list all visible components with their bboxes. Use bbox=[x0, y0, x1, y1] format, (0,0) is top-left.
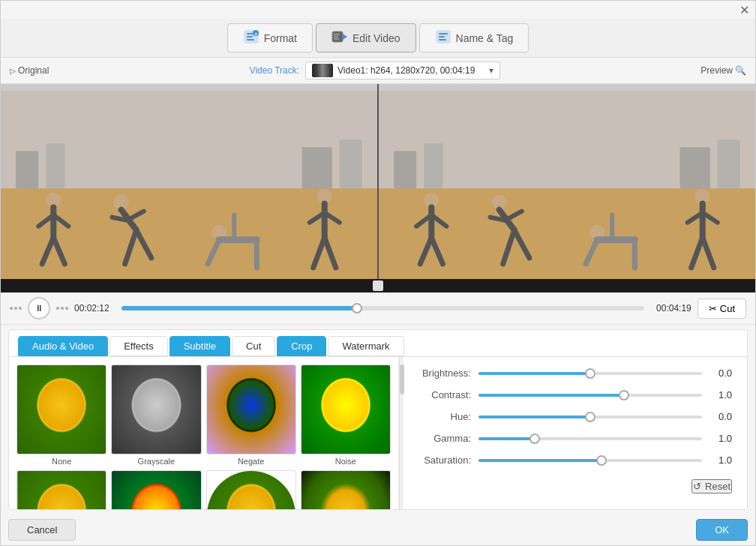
tab-name-tag[interactable]: Name & Tag bbox=[419, 23, 530, 52]
play-triangle-icon: ▷ bbox=[10, 67, 16, 75]
tab-audio-video[interactable]: Audio & Video bbox=[18, 336, 108, 356]
saturation-thumb bbox=[596, 455, 607, 466]
format-icon: ★ bbox=[243, 28, 260, 47]
saturation-slider[interactable] bbox=[478, 459, 702, 462]
dot2 bbox=[14, 307, 17, 310]
effect-negate[interactable]: Negate bbox=[206, 364, 296, 466]
figures-svg-left bbox=[1, 84, 377, 279]
edit-tab-bar: Audio & Video Effects Subtitle Cut Crop … bbox=[9, 330, 747, 357]
video-track-label: Video Track: bbox=[250, 65, 299, 76]
progress-thumb bbox=[352, 303, 362, 314]
reset-button[interactable]: ↺ Reset bbox=[692, 479, 732, 494]
cut-button[interactable]: ✂ Cut bbox=[698, 298, 746, 319]
close-button[interactable]: ✕ bbox=[737, 3, 751, 16]
title-bar: ✕ bbox=[1, 1, 755, 19]
scrubber-thumb[interactable] bbox=[373, 280, 383, 291]
pause-icon: ⏸ bbox=[34, 303, 44, 314]
effect-mirror[interactable]: Mirror bbox=[16, 470, 106, 509]
hue-slider[interactable] bbox=[478, 416, 702, 418]
tab-cut[interactable]: Cut bbox=[232, 336, 275, 356]
gamma-slider[interactable] bbox=[478, 437, 702, 440]
figures-svg-right bbox=[379, 84, 755, 279]
footer-area: Cancel OK bbox=[1, 514, 755, 545]
effect-lens-correction[interactable]: Lens Correction bbox=[206, 470, 296, 509]
dot5 bbox=[61, 307, 64, 310]
tab-watermark[interactable]: Watermark bbox=[328, 336, 404, 356]
svg-rect-20 bbox=[340, 140, 362, 188]
svg-rect-13 bbox=[439, 36, 445, 38]
name-tag-icon bbox=[435, 28, 452, 47]
saturation-fill bbox=[478, 459, 602, 462]
svg-rect-3 bbox=[247, 39, 254, 40]
bottom-panel: Audio & Video Effects Subtitle Cut Crop … bbox=[8, 329, 748, 510]
saturation-row: Saturation: 1.0 bbox=[418, 454, 732, 466]
svg-rect-46 bbox=[394, 151, 416, 188]
tab-crop[interactable]: Crop bbox=[277, 336, 326, 356]
effect-negate-thumb bbox=[206, 364, 296, 454]
video-preview-area bbox=[1, 84, 755, 279]
effect-vignette-thumb bbox=[301, 470, 391, 509]
saturation-value: 1.0 bbox=[710, 454, 732, 466]
dot1 bbox=[10, 307, 13, 310]
hue-thumb bbox=[585, 412, 596, 422]
effects-content-area: None Grayscale Negate bbox=[9, 357, 747, 509]
effects-grid: None Grayscale Negate bbox=[9, 357, 399, 509]
svg-rect-18 bbox=[46, 143, 64, 188]
svg-rect-2 bbox=[247, 36, 253, 38]
brightness-label: Brightness: bbox=[418, 368, 471, 379]
svg-line-59 bbox=[490, 218, 506, 220]
effect-grayscale[interactable]: Grayscale bbox=[111, 364, 201, 466]
effect-noise[interactable]: Noise bbox=[301, 364, 391, 466]
brightness-fill bbox=[478, 372, 590, 375]
svg-rect-49 bbox=[718, 140, 740, 188]
preview-video-panel bbox=[377, 84, 755, 279]
contrast-thumb bbox=[619, 390, 629, 400]
contrast-label: Contrast: bbox=[418, 389, 471, 400]
scrollbar-thumb bbox=[400, 364, 404, 394]
scrollbar-track[interactable] bbox=[399, 357, 404, 509]
tab-edit-video-label: Edit Video bbox=[352, 32, 400, 44]
tab-edit-video[interactable]: Edit Video bbox=[316, 23, 416, 52]
contrast-slider[interactable] bbox=[478, 394, 702, 397]
effect-cmyk[interactable]: CMYK bbox=[111, 470, 201, 509]
original-gym-scene bbox=[1, 84, 377, 279]
tab-subtitle[interactable]: Subtitle bbox=[170, 336, 230, 356]
cancel-button[interactable]: Cancel bbox=[8, 519, 76, 541]
brightness-slider[interactable] bbox=[478, 372, 702, 375]
saturation-label: Saturation: bbox=[418, 454, 471, 466]
brightness-thumb bbox=[585, 368, 596, 379]
svg-rect-14 bbox=[439, 39, 446, 40]
effect-none-thumb bbox=[16, 364, 106, 454]
svg-rect-9 bbox=[334, 36, 338, 38]
original-badge: ▷ Original bbox=[10, 65, 49, 76]
hue-label: Hue: bbox=[418, 411, 471, 422]
progress-bar[interactable] bbox=[122, 306, 644, 310]
ok-button[interactable]: OK bbox=[696, 519, 748, 541]
effect-none-label: None bbox=[52, 457, 71, 466]
svg-rect-47 bbox=[424, 143, 442, 188]
track-thumbnail bbox=[312, 64, 333, 77]
preview-gym-scene bbox=[379, 84, 755, 279]
main-window: ✕ ★ Format bbox=[0, 0, 756, 546]
gamma-value: 1.0 bbox=[710, 433, 732, 444]
contrast-fill bbox=[478, 394, 624, 397]
gamma-fill bbox=[478, 437, 535, 440]
effect-none[interactable]: None bbox=[16, 364, 106, 466]
gamma-label: Gamma: bbox=[418, 433, 471, 444]
track-info: Video1: h264, 1280x720, 00:04:19 bbox=[338, 65, 475, 76]
track-dropdown[interactable]: Video1: h264, 1280x720, 00:04:19 ▾ bbox=[305, 62, 500, 80]
scissors-icon: ✂ bbox=[709, 303, 717, 314]
dot6 bbox=[65, 307, 68, 310]
effect-negate-label: Negate bbox=[238, 457, 264, 466]
svg-rect-10 bbox=[334, 38, 339, 40]
total-time: 00:04:19 bbox=[650, 303, 692, 314]
effect-noise-label: Noise bbox=[335, 457, 356, 466]
tab-effects[interactable]: Effects bbox=[110, 336, 168, 356]
svg-rect-12 bbox=[439, 33, 448, 34]
tab-format[interactable]: ★ Format bbox=[227, 23, 313, 52]
effect-vignette[interactable]: Vignette bbox=[301, 470, 391, 509]
brightness-value: 0.0 bbox=[710, 368, 732, 379]
pause-button[interactable]: ⏸ bbox=[28, 297, 50, 320]
video-track-bar: ▷ Original Video Track: Video1: h264, 12… bbox=[1, 58, 755, 84]
contrast-value: 1.0 bbox=[710, 389, 732, 400]
